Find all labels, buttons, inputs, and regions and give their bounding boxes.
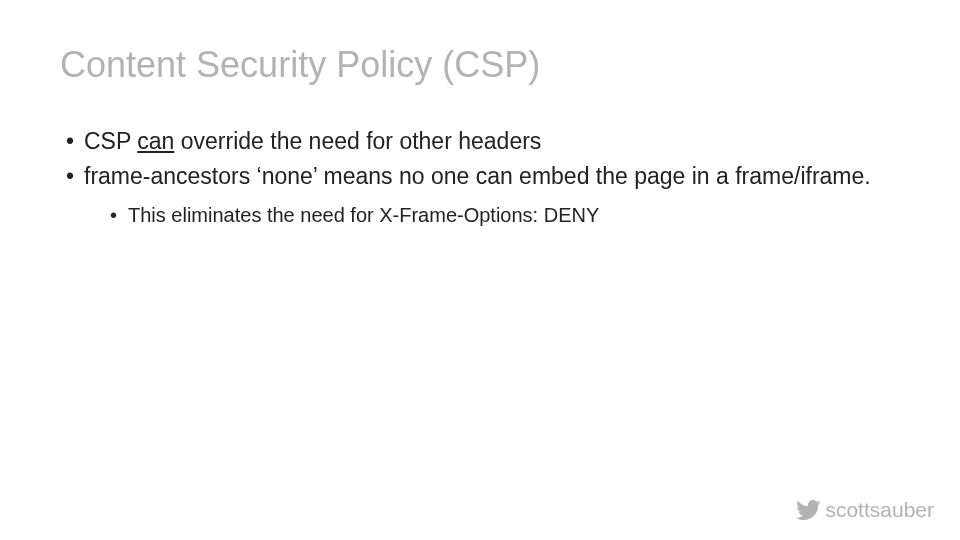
footer: scottsauber xyxy=(796,498,934,522)
sub-bullet-item-1: This eliminates the need for X-Frame-Opt… xyxy=(110,202,900,229)
bullet-1-post: override the need for other headers xyxy=(174,128,541,154)
bullet-list: CSP can override the need for other head… xyxy=(60,126,900,229)
sub-bullet-list: This eliminates the need for X-Frame-Opt… xyxy=(84,202,900,229)
twitter-handle: scottsauber xyxy=(825,498,934,522)
bullet-item-2: frame-ancestors ‘none’ means no one can … xyxy=(66,161,900,229)
bullet-1-pre: CSP xyxy=(84,128,137,154)
page-title: Content Security Policy (CSP) xyxy=(60,44,900,86)
twitter-icon xyxy=(796,500,821,521)
bullet-2-text: frame-ancestors ‘none’ means no one can … xyxy=(84,163,871,189)
sub-bullet-1-text: This eliminates the need for X-Frame-Opt… xyxy=(128,204,599,226)
bullet-1-can: can xyxy=(137,128,174,154)
bullet-item-1: CSP can override the need for other head… xyxy=(66,126,900,157)
slide: Content Security Policy (CSP) CSP can ov… xyxy=(0,0,960,540)
